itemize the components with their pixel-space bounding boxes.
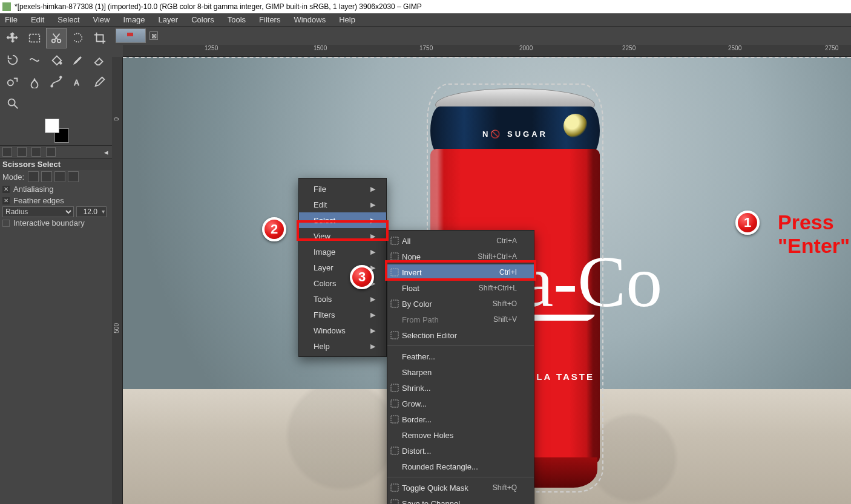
submenu-item-by-color[interactable]: By ColorShift+O <box>387 296 534 312</box>
submenu-item-shrink[interactable]: Shrink... <box>387 380 534 396</box>
menu-select[interactable]: Select <box>55 14 82 25</box>
ruler-horizontal[interactable]: 1250 1500 1750 2000 2250 2500 2750 <box>123 45 851 57</box>
submenu-item-all[interactable]: AllCtrl+A <box>387 233 534 249</box>
close-tab-icon[interactable]: ⊠ <box>150 31 158 40</box>
svg-rect-14 <box>391 384 398 391</box>
image-tab-thumbnail[interactable] <box>116 28 146 43</box>
tool-text[interactable]: A <box>68 71 88 92</box>
ctx-item-windows[interactable]: Windows▶ <box>299 322 386 338</box>
svg-rect-12 <box>391 300 398 307</box>
ctx-item-select[interactable]: Select▶ <box>299 212 386 228</box>
no-sugar-text: N🚫 SUGAR <box>482 129 548 139</box>
interactive-checkbox[interactable] <box>2 220 10 227</box>
submenu-item-save-to-channel[interactable]: Save to Channel <box>387 496 534 504</box>
dock-menu-icon[interactable]: ◂ <box>104 148 112 157</box>
ctx-item-edit[interactable]: Edit▶ <box>299 197 386 212</box>
submenu-item-remove-holes[interactable]: Remove Holes <box>387 427 534 443</box>
menu-filters[interactable]: Filters <box>257 14 283 25</box>
radius-row: Radius 12.0 <box>0 206 112 217</box>
ctx-item-tools[interactable]: Tools▶ <box>299 291 386 307</box>
submenu-item-grow[interactable]: Grow... <box>387 396 534 411</box>
submenu-item-border[interactable]: Border... <box>387 411 534 427</box>
ruler-vertical[interactable]: 0 500 <box>112 57 123 504</box>
radius-select[interactable]: Radius <box>2 206 74 217</box>
menu-help[interactable]: Help <box>337 14 358 25</box>
dock-tab-device[interactable] <box>17 147 27 157</box>
ctx-item-filters[interactable]: Filters▶ <box>299 307 386 322</box>
submenu-item-selection-editor[interactable]: Selection Editor <box>387 327 534 343</box>
ctx-item-image[interactable]: Image▶ <box>299 244 386 260</box>
menu-windows[interactable]: Windows <box>291 14 328 25</box>
tool-bucket-fill[interactable] <box>46 50 67 70</box>
submenu-item-feather[interactable]: Feather... <box>387 349 534 364</box>
ruler-tick: 2000 <box>519 45 533 51</box>
svg-text:A: A <box>74 79 79 87</box>
antialias-row[interactable]: ✕ Antialiasing <box>0 183 112 195</box>
ctx-item-view[interactable]: View▶ <box>299 228 386 244</box>
tool-crop[interactable] <box>90 28 110 48</box>
dock-tab-history[interactable] <box>31 147 41 157</box>
ctx-item-file[interactable]: File▶ <box>299 181 386 197</box>
feather-label: Feather edges <box>13 196 64 205</box>
svg-rect-11 <box>391 269 398 276</box>
menu-layer[interactable]: Layer <box>156 14 181 25</box>
submenu-item-none[interactable]: NoneShift+Ctrl+A <box>387 249 534 264</box>
feather-row[interactable]: ✕ Feather edges <box>0 195 112 206</box>
dock-tab-tool-options[interactable] <box>2 147 12 157</box>
menu-image[interactable]: Image <box>120 14 147 25</box>
tool-eraser[interactable] <box>90 50 110 70</box>
antialias-label: Antialiasing <box>13 185 54 194</box>
tool-warp[interactable] <box>24 50 45 70</box>
mode-intersect-icon[interactable] <box>68 171 79 182</box>
svg-point-8 <box>8 99 15 106</box>
ruler-tick: 2500 <box>728 45 741 51</box>
menu-file[interactable]: File <box>2 14 20 25</box>
tool-scissors-select[interactable] <box>46 28 67 48</box>
interactive-row[interactable]: Interactive boundary <box>0 217 112 229</box>
qmask-icon <box>390 483 399 493</box>
menu-view[interactable]: View <box>91 14 113 25</box>
ruler-tick: 2250 <box>622 45 636 51</box>
chevron-right-icon: ▶ <box>370 217 375 224</box>
tool-free-select[interactable] <box>68 28 88 48</box>
svg-rect-19 <box>391 500 398 504</box>
toolbox: A <box>0 27 112 115</box>
menu-tools[interactable]: Tools <box>225 14 248 25</box>
antialias-checkbox[interactable]: ✕ <box>2 186 10 193</box>
submenu-item-label: Feather... <box>402 352 435 361</box>
ctx-item-help[interactable]: Help▶ <box>299 338 386 354</box>
tool-paintbrush[interactable] <box>68 50 88 70</box>
tool-rotate[interactable] <box>2 50 23 70</box>
submenu-item-toggle-quick-mask[interactable]: Toggle Quick MaskShift+Q <box>387 480 534 496</box>
submenu-item-sharpen[interactable]: Sharpen <box>387 364 534 380</box>
menubar: File Edit Select View Image Layer Colors… <box>0 13 851 27</box>
submenu-item-rounded-rectangle[interactable]: Rounded Rectangle... <box>387 459 534 474</box>
tool-zoom[interactable] <box>2 93 23 114</box>
dock-tab-images[interactable] <box>46 147 56 157</box>
interactive-label: Interactive boundary <box>13 218 85 227</box>
fg-color-swatch[interactable] <box>45 119 59 133</box>
mode-subtract-icon[interactable] <box>54 171 65 182</box>
tool-rect-select[interactable] <box>24 28 45 48</box>
ruler-tick: 2750 <box>825 45 838 51</box>
image-canvas[interactable]: N🚫 SUGAR Coca-Co GREAT COCA-COLA TASTE F… <box>123 57 851 504</box>
tool-smudge[interactable] <box>24 71 45 92</box>
submenu-item-distort[interactable]: Distort... <box>387 443 534 459</box>
submenu-item-label: Grow... <box>402 399 427 408</box>
submenu-item-label: By Color <box>402 299 432 309</box>
mode-add-icon[interactable] <box>41 171 52 182</box>
menu-edit[interactable]: Edit <box>28 14 47 25</box>
color-swatches[interactable] <box>45 119 69 143</box>
tool-color-picker[interactable] <box>90 71 110 92</box>
tool-path[interactable] <box>46 71 67 92</box>
tool-clone[interactable] <box>2 71 23 92</box>
ruler-tick: 0 <box>113 117 120 121</box>
menu-colors[interactable]: Colors <box>189 14 217 25</box>
submenu-item-float[interactable]: FloatShift+Ctrl+L <box>387 280 534 296</box>
tool-move[interactable] <box>2 28 23 48</box>
mode-replace-icon[interactable] <box>28 171 39 182</box>
feather-checkbox[interactable]: ✕ <box>2 197 10 205</box>
submenu-item-invert[interactable]: InvertCtrl+I <box>387 264 534 280</box>
submenu-item-label: Remove Holes <box>402 431 453 440</box>
radius-value[interactable]: 12.0 <box>76 206 107 217</box>
